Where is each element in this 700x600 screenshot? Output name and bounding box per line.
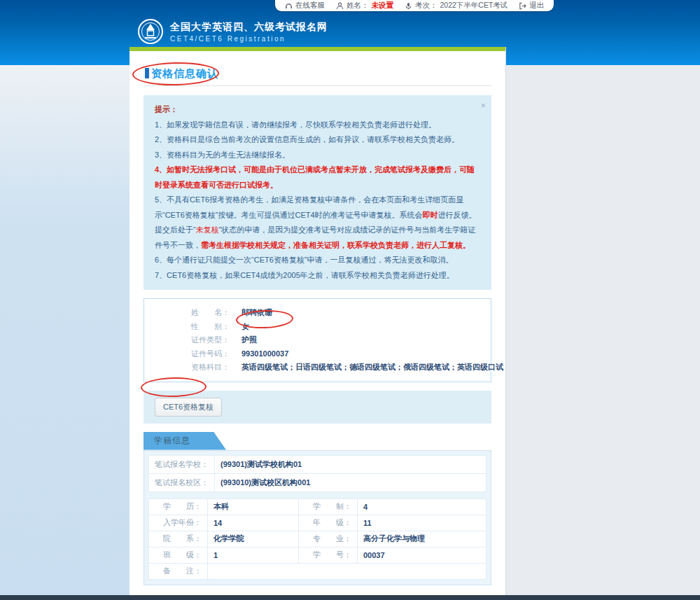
table-row: 备 注： <box>149 563 486 579</box>
remark-value <box>208 563 486 579</box>
notice-item-2: 2、资格科目是综合当前考次的设置信息而生成的，如有异议，请联系学校相关负责老师。 <box>155 132 480 148</box>
table-row: 班 级： 1 学 号： 00037 <box>149 547 486 563</box>
id-type-label: 证件类型： <box>191 335 232 344</box>
remark-label: 备 注： <box>149 563 208 579</box>
mic-icon <box>405 2 412 10</box>
student-info-tab-label: 学籍信息 <box>144 435 190 447</box>
student-info-tab: 学籍信息 <box>144 432 226 450</box>
candidate-fields: 姓 名：郎聘依珊 性 别：女 证件类型：护照 证件号码：99301000037 … <box>191 304 503 377</box>
topbar-pill: 在线客服 姓名：未设置 考次：2022下半年CET考试 退出 <box>275 0 554 11</box>
grade-value: 11 <box>358 515 486 531</box>
notice-heading: 提示： <box>155 102 480 118</box>
table-row: 院 系： 化学学院 专 业： 高分子化学与物理 <box>149 531 486 547</box>
gender-value: 女 <box>241 322 249 331</box>
cet6-review-button[interactable]: CET6资格复核 <box>155 398 222 417</box>
student-no-label: 学 号： <box>299 547 358 563</box>
id-type-value: 护照 <box>241 335 257 344</box>
table-row: 学 历： 本科 学 制： 4 <box>149 498 486 515</box>
user-icon <box>336 2 344 10</box>
name-value: 郎聘依珊 <box>241 308 272 317</box>
field-subjects: 资格科目：英语四级笔试；日语四级笔试；德语四级笔试；俄语四级笔试；英语四级口试 <box>191 363 503 372</box>
site-title-cn: 全国大学英语四、六级考试报名网 <box>170 21 328 34</box>
student-no-value: 00037 <box>358 547 486 563</box>
table-row: 笔试报名校区： (993010)测试校区机构001 <box>149 473 486 491</box>
exam-session-item: 考次：2022下半年CET考试 <box>405 1 507 11</box>
notice-box: × 提示： 1、如果发现学籍信息有误，请勿继续报考，尽快联系学校相关负责老师进行… <box>144 95 491 290</box>
field-id-no: 证件号码：99301000037 <box>191 349 503 358</box>
student-detail-table: 学 历： 本科 学 制： 4 入学年份： 14 年 级： 11 院 系： 化学学… <box>148 498 486 580</box>
notice-item-5b: 即时 <box>423 211 438 219</box>
user-name-label: 姓名： <box>346 1 369 11</box>
site-titles: 全国大学英语四、六级考试报名网 CET4/CET6 Registration <box>170 21 328 43</box>
card-inner: 资格信息确认 × 提示： 1、如果发现学籍信息有误，请勿继续报考，尽快联系学校相… <box>130 51 505 600</box>
logout-link[interactable]: 退出 <box>519 1 544 11</box>
page-background-right <box>507 65 700 595</box>
logout-label: 退出 <box>529 1 544 11</box>
candidate-profile-box: 姓 名：郎聘依珊 性 别：女 证件类型：护照 证件号码：99301000037 … <box>144 298 491 382</box>
edu-value: 本科 <box>208 498 299 515</box>
notice-item-6: 6、每个通行证只能提交一次“CET6资格复核”申请，一旦复核通过，将无法更改和取… <box>155 253 480 268</box>
edu-label: 学 历： <box>149 498 208 515</box>
exam-session-label: 考次： <box>415 1 438 11</box>
site-logo-icon <box>137 18 164 45</box>
exam-session-value: 2022下半年CET考试 <box>440 1 508 11</box>
entry-year-label: 入学年份： <box>149 515 208 531</box>
close-icon[interactable]: × <box>480 98 486 113</box>
registration-school-table: 笔试报名学校： (99301)测试学校机构01 笔试报名校区： (993010)… <box>148 455 486 492</box>
online-service-label: 在线客服 <box>295 1 325 11</box>
subjects-label: 资格科目： <box>191 363 232 372</box>
school-value: (99301)测试学校机构01 <box>215 455 486 473</box>
school-label: 笔试报名学校： <box>149 455 215 473</box>
student-info-box: 笔试报名学校： (99301)测试学校机构01 笔试报名校区： (993010)… <box>144 450 491 585</box>
notice-item-7: 7、CET6资格复核，如果CET4成绩为2005年之前，请联系学校相关负责老师进… <box>155 268 480 284</box>
field-gender: 性 别：女 <box>191 322 503 331</box>
class-label: 班 级： <box>149 547 208 563</box>
footer-strip <box>0 595 700 600</box>
duration-value: 4 <box>358 498 486 515</box>
major-label: 专 业： <box>299 531 358 547</box>
site-brand: 全国大学英语四、六级考试报名网 CET4/CET6 Registration <box>137 18 328 45</box>
major-value: 高分子化学与物理 <box>358 531 486 547</box>
notice-item-5: 5、不具有CET6报考资格的考生，如满足资格复核申请条件，会在本页面和考生详细页… <box>155 193 480 253</box>
subjects-value: 英语四级笔试；日语四级笔试；德语四级笔试；俄语四级笔试；英语四级口试 <box>241 363 503 372</box>
table-gap <box>148 492 486 498</box>
table-row: 入学年份： 14 年 级： 11 <box>149 515 486 531</box>
id-no-label: 证件号码： <box>191 349 232 358</box>
name-label: 姓 名： <box>191 308 232 317</box>
entry-year-value: 14 <box>208 515 299 531</box>
notice-item-5f: 需考生根据学校相关规定，准备相关证明，联系学校负责老师，进行人工复核。 <box>201 241 470 249</box>
site-title-en: CET4/CET6 Registration <box>170 35 328 43</box>
notice-item-4: 4、如暂时无法报考口试，可能是由于机位已满或考点暂未开放，完成笔试报考及缴费后，… <box>155 162 480 193</box>
headset-icon <box>285 2 293 10</box>
user-name-item: 姓名：未设置 <box>336 1 393 11</box>
class-value: 1 <box>208 547 299 563</box>
faculty-value: 化学学院 <box>208 531 299 547</box>
page-background-left <box>0 65 130 595</box>
logout-icon <box>519 2 526 10</box>
faculty-label: 院 系： <box>149 531 208 547</box>
duration-label: 学 制： <box>299 498 358 515</box>
campus-label: 笔试报名校区： <box>149 473 215 491</box>
campus-value: (993010)测试校区机构001 <box>215 473 486 491</box>
page-title: 资格信息确认 <box>151 67 218 79</box>
grade-label: 年 级： <box>299 515 358 531</box>
cet-registration-page: 全国大学英语四、六级考试报名网 CET4/CET6 Registration 在… <box>0 0 700 600</box>
gender-label: 性 别： <box>191 322 232 331</box>
field-id-type: 证件类型：护照 <box>191 335 503 344</box>
notice-item-3: 3、资格科目为无的考生无法继续报名。 <box>155 148 480 163</box>
notice-item-5d: 未复核 <box>196 225 219 234</box>
title-marker-icon <box>145 68 149 78</box>
table-row: 笔试报名学校： (99301)测试学校机构01 <box>149 455 486 473</box>
field-name: 姓 名：郎聘依珊 <box>191 308 503 317</box>
cet6-review-strip: CET6资格复核 <box>144 391 491 424</box>
content-card: 资格信息确认 × 提示： 1、如果发现学籍信息有误，请勿继续报考，尽快联系学校相… <box>130 47 506 595</box>
user-name-value: 未设置 <box>372 1 394 11</box>
page-title-row: 资格信息确认 <box>144 62 491 86</box>
online-service-link[interactable]: 在线客服 <box>285 1 325 11</box>
notice-item-1: 1、如果发现学籍信息有误，请勿继续报考，尽快联系学校相关负责老师进行处理。 <box>155 118 480 133</box>
id-no-value: 99301000037 <box>241 349 288 358</box>
notice-item-5a: 5、不具有CET6报考资格的考生，如满足资格复核申请条件，会在本页面和考生详细页… <box>155 195 463 219</box>
